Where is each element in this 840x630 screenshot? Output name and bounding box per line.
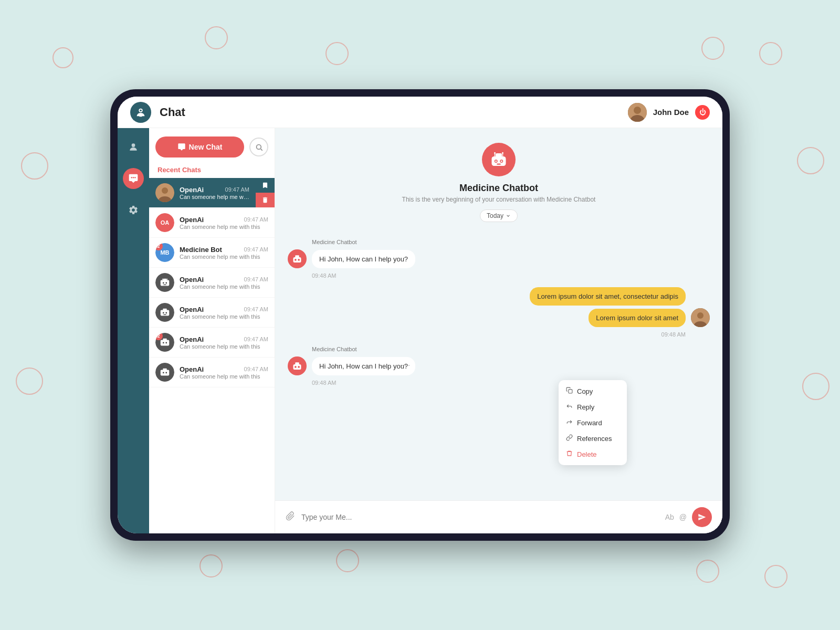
message-text: Hi John, How can I help you?	[319, 362, 408, 370]
chat-item-row: Medicine Bot 09:47 AM	[180, 246, 268, 254]
copy-label: Copy	[577, 387, 593, 395]
message-row: Hi John, How can I help you?	[288, 249, 415, 268]
sidebar-item-chat[interactable]	[123, 168, 144, 189]
new-chat-button[interactable]: New Chat	[155, 136, 244, 158]
avatar-robot	[155, 303, 174, 322]
pin-button[interactable]	[256, 178, 275, 193]
power-button[interactable]: ⏻	[695, 105, 710, 120]
chat-main-area: Medicine Chatbot This is the very beginn…	[275, 128, 722, 533]
sidebar-item-settings[interactable]	[123, 200, 144, 220]
chat-item[interactable]: OA OpenAi 09:47 AM Can someone help me w…	[149, 208, 275, 238]
message-sender: Medicine Chatbot	[312, 346, 357, 352]
text-format-button[interactable]: Ab	[665, 513, 674, 521]
message-input-area: Ab @	[275, 500, 722, 533]
svg-point-22	[163, 312, 164, 314]
message-time: 09:48 AM	[312, 272, 336, 279]
chevron-down-icon	[506, 213, 511, 218]
svg-rect-39	[497, 164, 501, 165]
sidebar-item-user[interactable]	[123, 136, 144, 158]
header-right: John Doe ⏻	[628, 103, 710, 122]
avatar-robot	[155, 273, 174, 292]
bg-circle-6	[797, 147, 824, 174]
chat-item[interactable]: OpenAi 09:47 AM Can someone help me with…	[149, 358, 275, 387]
messages-area: Medicine Chatbot	[275, 230, 722, 500]
send-button[interactable]	[692, 507, 712, 527]
svg-point-32	[165, 372, 167, 374]
chat-item-preview: Can someone help me with this	[180, 313, 268, 320]
chat-avatar	[155, 273, 174, 292]
message-options-button[interactable]: ···	[401, 361, 411, 370]
bg-circle-8	[802, 373, 830, 400]
bg-circle-11	[696, 560, 719, 583]
chat-item-row: OpenAi 09:47 AM	[180, 276, 268, 284]
chat-item-preview: Can someone help me with this	[180, 194, 249, 200]
device-frame: Chat John Doe ⏻	[110, 89, 730, 541]
bg-circle-3	[701, 37, 724, 60]
recent-chats-label: Recent Chats	[149, 164, 275, 178]
svg-point-52	[295, 366, 297, 368]
chat-item-name: OpenAi	[180, 276, 204, 284]
chat-item-row: OpenAi 09:47 AM	[180, 186, 249, 194]
device-inner: Chat John Doe ⏻	[118, 97, 722, 533]
attach-button[interactable]	[286, 511, 295, 523]
context-menu-reply[interactable]: Reply	[559, 399, 627, 415]
chat-item[interactable]: 2 O	[149, 328, 275, 358]
chat-item[interactable]: OpenAi 09:47 AM Can someone help me with…	[149, 178, 275, 208]
chat-items-list: OpenAi 09:47 AM Can someone help me with…	[149, 178, 275, 533]
forward-label: Forward	[577, 419, 602, 427]
context-menu-delete[interactable]: Delete	[559, 446, 627, 462]
chat-item[interactable]: OpenAi 09:47 AM Can someone help me with…	[149, 298, 275, 328]
message-bubble: Hi John, How can I help you? ···	[312, 357, 415, 375]
svg-line-10	[260, 149, 262, 150]
svg-point-12	[162, 187, 168, 194]
chat-item-row: OpenAi 09:47 AM	[180, 306, 268, 313]
svg-rect-29	[161, 370, 170, 375]
chat-item-name: Medicine Bot	[180, 246, 222, 254]
svg-point-4	[634, 107, 641, 114]
svg-rect-21	[163, 309, 166, 311]
chatbot-name: Medicine Chatbot	[459, 183, 538, 194]
chat-list-panel: New Chat Recent Chats	[149, 128, 275, 533]
svg-point-53	[298, 366, 300, 368]
chat-item-time: 09:47 AM	[244, 276, 268, 282]
chat-item-info: OpenAi 09:47 AM Can someone help me with…	[180, 306, 268, 320]
message-sender: Medicine Chatbot	[312, 239, 357, 245]
chat-avatar: 2 MB	[155, 243, 174, 262]
header-left: Chat	[130, 102, 185, 123]
bg-circle-13	[52, 47, 74, 68]
mention-button[interactable]: @	[679, 513, 687, 521]
bg-circle-1	[205, 26, 228, 49]
context-menu-copy[interactable]: Copy	[559, 383, 627, 399]
trash-icon	[566, 450, 573, 458]
svg-point-23	[165, 312, 167, 314]
chat-item[interactable]: OpenAi 09:47 AM Can someone help me with…	[149, 268, 275, 298]
svg-rect-44	[293, 257, 301, 262]
svg-point-1	[140, 109, 142, 111]
forward-icon	[566, 418, 573, 427]
sidebar-nav	[118, 128, 149, 533]
chat-item-info: OpenAi 09:47 AM Can someone help me with…	[180, 365, 268, 380]
message-row: Lorem ipsum dolor sit amet, consectetur …	[530, 287, 710, 327]
svg-rect-25	[161, 340, 170, 345]
svg-point-37	[495, 161, 497, 162]
message-input[interactable]	[301, 513, 659, 521]
chat-item[interactable]: 2 MB Medicine Bot 09:47 AM Can someone h…	[149, 238, 275, 268]
pin-icon	[261, 182, 269, 189]
svg-rect-45	[295, 255, 299, 258]
chat-item-name: OpenAi	[180, 335, 204, 343]
chat-item-info: OpenAi 09:47 AM Can someone help me with…	[180, 216, 268, 230]
context-menu: Copy Reply	[559, 380, 627, 465]
delete-button[interactable]	[256, 193, 275, 207]
search-button[interactable]	[249, 138, 268, 156]
chat-item-time: 09:47 AM	[225, 186, 249, 193]
context-menu-references[interactable]: References	[559, 430, 627, 446]
user-avatar	[691, 308, 710, 327]
username-label: John Doe	[653, 108, 689, 117]
chat-item-info: OpenAi 09:47 AM Can someone help me with…	[180, 335, 268, 350]
chat-item-name: OpenAi	[180, 186, 204, 194]
context-menu-forward[interactable]: Forward	[559, 415, 627, 430]
chat-item-time: 09:47 AM	[244, 336, 268, 342]
new-chat-label: New Chat	[189, 143, 223, 151]
svg-rect-54	[569, 390, 572, 393]
chatbot-desc: This is the very beginning of your conve…	[402, 196, 596, 203]
